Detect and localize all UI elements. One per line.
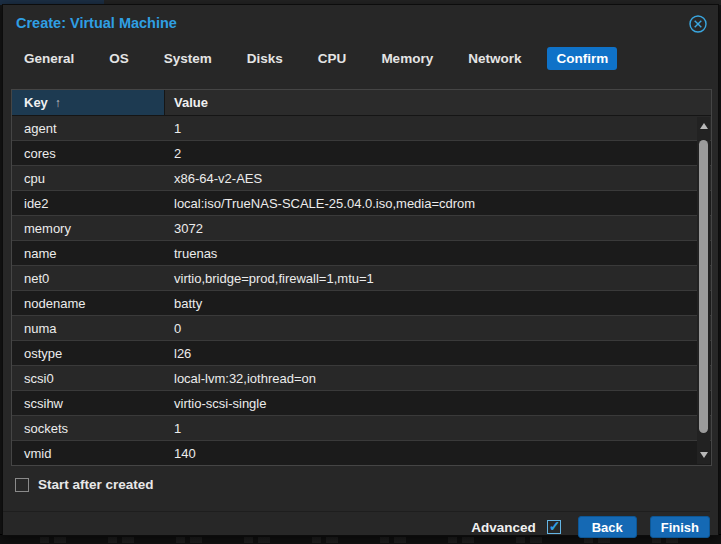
tab-network[interactable]: Network	[459, 47, 530, 70]
tab-os[interactable]: OS	[100, 47, 138, 70]
row-value: x86-64-v2-AES	[165, 166, 711, 190]
row-value: batty	[165, 291, 711, 315]
scroll-down-icon[interactable]	[697, 448, 710, 461]
table-row[interactable]: ostype l26	[12, 341, 711, 366]
row-value: 1	[165, 416, 711, 440]
row-key: scsi0	[12, 366, 165, 390]
row-value: 0	[165, 316, 711, 340]
start-after-created-label: Start after created	[38, 477, 154, 492]
table-row[interactable]: vmid 140	[12, 441, 711, 465]
row-key: numa	[12, 316, 165, 340]
dialog-footer: Advanced Back Finish	[3, 511, 710, 537]
row-value: virtio-scsi-single	[165, 391, 711, 415]
confirm-settings-table: Key ↑ Value agent 1 cores 2 cpu x86-64-v…	[11, 89, 712, 466]
row-key: memory	[12, 216, 165, 240]
back-button[interactable]: Back	[578, 516, 637, 538]
row-value: 140	[165, 441, 711, 465]
tab-general[interactable]: General	[15, 47, 83, 70]
row-value: 3072	[165, 216, 711, 240]
table-row[interactable]: net0 virtio,bridge=prod,firewall=1,mtu=1	[12, 266, 711, 291]
row-value: local:iso/TrueNAS-SCALE-25.04.0.iso,medi…	[165, 191, 711, 215]
start-after-created-checkbox[interactable]	[15, 478, 29, 492]
table-row[interactable]: scsihw virtio-scsi-single	[12, 391, 711, 416]
row-key: cpu	[12, 166, 165, 190]
row-value: virtio,bridge=prod,firewall=1,mtu=1	[165, 266, 711, 290]
advanced-checkbox[interactable]	[547, 520, 561, 534]
table-header: Key ↑ Value	[12, 90, 711, 116]
table-body: agent 1 cores 2 cpu x86-64-v2-AES ide2 l…	[12, 116, 711, 465]
table-row[interactable]: sockets 1	[12, 416, 711, 441]
table-row[interactable]: agent 1	[12, 116, 711, 141]
dialog-header: Create: Virtual Machine	[3, 5, 718, 43]
row-key: scsihw	[12, 391, 165, 415]
column-header-value[interactable]: Value	[165, 90, 711, 115]
tab-memory[interactable]: Memory	[372, 47, 442, 70]
tab-cpu[interactable]: CPU	[309, 47, 356, 70]
create-vm-dialog: Create: Virtual Machine GeneralOSSystemD…	[2, 4, 719, 536]
key-header-label: Key	[24, 95, 48, 110]
scroll-up-icon[interactable]	[697, 120, 710, 133]
tab-bar: GeneralOSSystemDisksCPUMemoryNetworkConf…	[15, 45, 706, 71]
sort-ascending-icon: ↑	[55, 96, 61, 110]
table-row[interactable]: nodename batty	[12, 291, 711, 316]
start-after-created-row: Start after created	[15, 477, 154, 492]
row-key: cores	[12, 141, 165, 165]
tab-disks[interactable]: Disks	[238, 47, 292, 70]
table-row[interactable]: cores 2	[12, 141, 711, 166]
scrollbar-thumb[interactable]	[699, 140, 708, 433]
row-value: 1	[165, 116, 711, 140]
row-key: net0	[12, 266, 165, 290]
finish-button[interactable]: Finish	[650, 516, 710, 538]
value-header-label: Value	[174, 95, 208, 110]
table-row[interactable]: cpu x86-64-v2-AES	[12, 166, 711, 191]
table-row[interactable]: numa 0	[12, 316, 711, 341]
table-row[interactable]: ide2 local:iso/TrueNAS-SCALE-25.04.0.iso…	[12, 191, 711, 216]
table-row[interactable]: name truenas	[12, 241, 711, 266]
tab-system[interactable]: System	[155, 47, 221, 70]
tab-confirm[interactable]: Confirm	[547, 47, 617, 70]
row-value: l26	[165, 341, 711, 365]
close-icon[interactable]	[689, 15, 707, 33]
scrollbar[interactable]	[697, 117, 710, 464]
screen: Create: Virtual Machine GeneralOSSystemD…	[0, 0, 721, 544]
row-key: agent	[12, 116, 165, 140]
row-key: vmid	[12, 441, 165, 465]
row-value: local-lvm:32,iothread=on	[165, 366, 711, 390]
table-row[interactable]: memory 3072	[12, 216, 711, 241]
row-value: truenas	[165, 241, 711, 265]
advanced-label: Advanced	[471, 520, 536, 535]
dialog-title: Create: Virtual Machine	[16, 15, 177, 31]
row-key: ostype	[12, 341, 165, 365]
row-key: ide2	[12, 191, 165, 215]
row-value: 2	[165, 141, 711, 165]
column-header-key[interactable]: Key ↑	[12, 90, 165, 115]
row-key: nodename	[12, 291, 165, 315]
table-row[interactable]: scsi0 local-lvm:32,iothread=on	[12, 366, 711, 391]
row-key: sockets	[12, 416, 165, 440]
row-key: name	[12, 241, 165, 265]
